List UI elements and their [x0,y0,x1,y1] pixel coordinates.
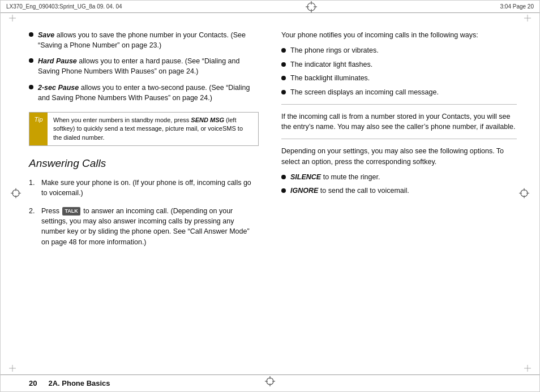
right-bullet-dot [281,76,286,80]
bullet-text-hardpause: Hard Pause allows you to enter a hard pa… [38,56,259,76]
ignore-text: to send the call to voicemail. [318,187,409,195]
bullet-item-hardpause: Hard Pause allows you to enter a hard pa… [29,56,259,76]
corner-mark-br-icon [524,365,531,372]
footer-bar: 20 2A. Phone Basics [1,374,539,391]
answering-calls-list: 1. Make sure your phone is on. (If your … [29,178,259,247]
footer-section-label: 2A. Phone Basics [48,379,110,387]
bullet-dot [29,32,33,37]
right-intro-text: Your phone notifies you of incoming call… [281,30,517,40]
answering-calls-heading: Answering Calls [29,157,259,170]
right-bullet-3-text: The backlight illuminates. [290,74,370,84]
right-bullet-2-text: The indicator light flashes. [290,60,372,70]
silence-text: to mute the ringer. [321,173,380,181]
crosshair-bottom-icon [265,376,275,388]
crosshair-top-icon [306,1,317,12]
right-bullet-2: The indicator light flashes. [281,60,517,70]
bullet-item-2secpause: 2-sec Pause allows you to enter a two-se… [29,83,259,103]
left-margin-mark [11,188,21,200]
page-container: LX370_Eng_090403:Sprint_UG_8a 09. 04. 04… [0,0,540,392]
talk-key-icon: TALK [62,207,80,216]
right-option-silence: SILENCE to mute the ringer. [281,173,517,183]
tip-text-before: When you enter numbers in standby mode, … [53,117,191,123]
content-area: Save allows you to save the phone number… [1,13,539,374]
right-margin-mark [519,188,529,200]
right-column: Your phone notifies you of incoming call… [270,13,539,374]
bullet-text-save: Save allows you to save the phone number… [38,30,259,50]
save-label: Save [38,31,54,39]
right-option-ignore-text: IGNORE to send the call to voicemail. [290,186,409,196]
tip-bold-italic: SEND MSG [191,117,224,123]
hardpause-label: Hard Pause [38,57,77,65]
right-bullet-4-text: The screen displays an incoming call mes… [290,88,439,98]
right-option-silence-text: SILENCE to mute the ringer. [290,173,380,183]
bullet-dot [29,58,33,63]
right-divider [281,104,517,105]
bullet-item-save: Save allows you to save the phone number… [29,30,259,50]
header-right-text: 3:04 Page 20 [500,3,534,10]
footer-page-number: 20 [29,379,37,387]
right-bullet-dot [281,48,286,53]
tip-box: Tip When you enter numbers in standby mo… [29,112,259,146]
answering-step-2: 2. Press TALK to answer an incoming call… [29,206,259,247]
left-column: Save allows you to save the phone number… [1,13,270,374]
corner-mark-bl-icon [9,365,16,372]
right-divider-2 [281,139,517,139]
right-bullet-3: The backlight illuminates. [281,74,517,84]
right-bullet-4: The screen displays an incoming call mes… [281,88,517,98]
right-depending-text: Depending on your settings, you may also… [281,146,517,166]
header-left-text: LX370_Eng_090403:Sprint_UG_8a 09. 04. 04 [6,3,122,10]
right-middle-text: If the incoming call is from a number st… [281,111,517,132]
right-option-dot [281,175,286,179]
silence-label: SILENCE [290,173,321,181]
tip-content: When you enter numbers in standby mode, … [48,113,258,145]
bullet-dot [29,85,33,89]
right-bullet-dot [281,90,286,94]
answering-step-1: 1. Make sure your phone is on. (If your … [29,178,259,198]
right-bullet-dot [281,62,286,67]
step-2-text: Press TALK to answer an incoming call. (… [41,206,259,247]
2secpause-label: 2-sec Pause [38,84,79,92]
right-option-dot [281,188,286,193]
step-1-text: Make sure your phone is on. (If your pho… [41,178,259,198]
ignore-label: IGNORE [290,187,318,195]
right-option-ignore: IGNORE to send the call to voicemail. [281,186,517,196]
step-2-text-before: Press [41,207,61,215]
right-bullet-1-text: The phone rings or vibrates. [290,46,379,56]
right-bullet-1: The phone rings or vibrates. [281,46,517,56]
bullet-text-2secpause: 2-sec Pause allows you to enter a two-se… [38,83,259,103]
step-1-number: 1. [29,178,39,188]
step-2-number: 2. [29,206,39,216]
header-bar: LX370_Eng_090403:Sprint_UG_8a 09. 04. 04… [1,1,539,13]
tip-label: Tip [29,113,48,145]
save-text: allows you to save the phone number in y… [38,31,246,49]
